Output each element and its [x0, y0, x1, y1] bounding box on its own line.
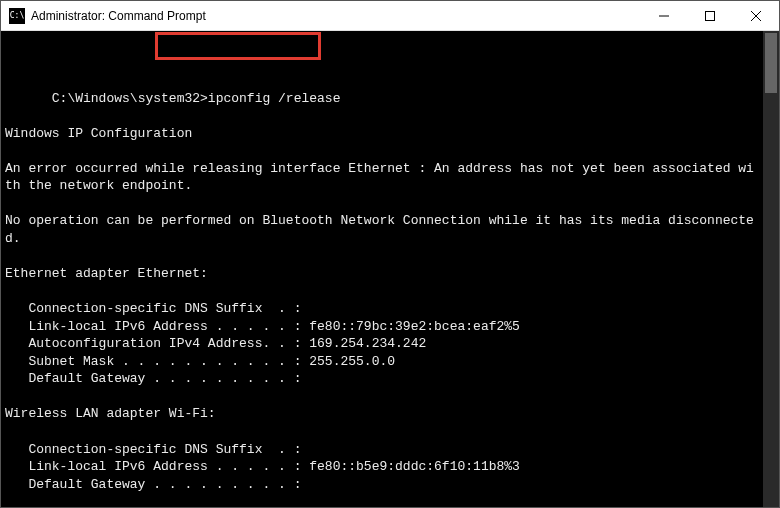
window-titlebar: C:\ Administrator: Command Prompt	[1, 1, 779, 31]
output-line: An error occurred while releasing interf…	[5, 161, 754, 194]
window-controls	[641, 1, 779, 30]
maximize-button[interactable]	[687, 1, 733, 30]
command-prompt-window: C:\ Administrator: Command Prompt C:\Win…	[0, 0, 780, 508]
prompt-text: C:\Windows\system32>	[52, 91, 208, 106]
output-line: Connection-specific DNS Suffix . :	[5, 442, 301, 457]
close-icon	[751, 11, 761, 21]
prompt-line: C:\Windows\system32>ipconfig /release	[52, 91, 341, 106]
cmd-icon: C:\	[9, 8, 25, 24]
command-text: ipconfig /release	[208, 91, 341, 106]
close-button[interactable]	[733, 1, 779, 30]
output-line: Ethernet adapter Ethernet:	[5, 266, 208, 281]
output-line: Subnet Mask . . . . . . . . . . . : 255.…	[5, 354, 395, 369]
output-line: Link-local IPv6 Address . . . . . : fe80…	[5, 459, 520, 474]
window-title: Administrator: Command Prompt	[31, 9, 206, 23]
minimize-icon	[659, 11, 669, 21]
output-line: Windows IP Configuration	[5, 126, 192, 141]
minimize-button[interactable]	[641, 1, 687, 30]
output-line: No operation can be performed on Bluetoo…	[5, 213, 754, 246]
output-line: Link-local IPv6 Address . . . . . : fe80…	[5, 319, 520, 334]
output-line: Default Gateway . . . . . . . . . :	[5, 477, 301, 492]
output-line: Default Gateway . . . . . . . . . :	[5, 371, 301, 386]
output-line: Wireless LAN adapter Wi-Fi:	[5, 406, 216, 421]
output-line: Connection-specific DNS Suffix . :	[5, 301, 301, 316]
scrollbar-thumb[interactable]	[765, 33, 777, 93]
terminal-content: C:\Windows\system32>ipconfig /release Wi…	[5, 72, 775, 507]
output-line: Autoconfiguration IPv4 Address. . : 169.…	[5, 336, 426, 351]
maximize-icon	[705, 11, 715, 21]
scrollbar[interactable]	[763, 31, 779, 507]
terminal-area[interactable]: C:\Windows\system32>ipconfig /release Wi…	[1, 31, 779, 507]
svg-rect-1	[706, 11, 715, 20]
